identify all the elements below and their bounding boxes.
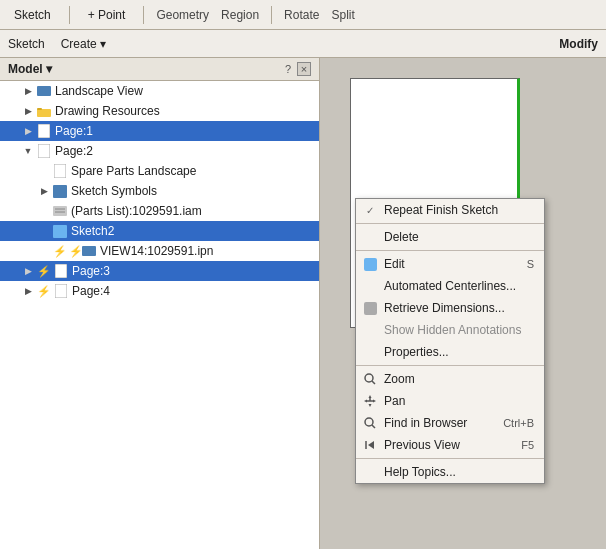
lightning-icon1: ⚡ — [52, 245, 68, 258]
toolbar-row2: Sketch Create ▾ Modify — [0, 30, 606, 58]
spare-parts-label: Spare Parts Landscape — [71, 164, 196, 178]
svg-rect-11 — [53, 225, 67, 238]
help-icon[interactable]: ? — [285, 63, 291, 75]
tree-item-parts-list[interactable]: (Parts List):1029591.iam — [0, 201, 319, 221]
drawing-resources-label: Drawing Resources — [55, 104, 160, 118]
create-btn[interactable]: Create ▾ — [61, 37, 106, 51]
tree-item-sketch-symbols[interactable]: Sketch Symbols — [0, 181, 319, 201]
ctx-delete-label: Delete — [384, 230, 419, 244]
ctx-properties-label: Properties... — [384, 345, 449, 359]
split-label: Split — [331, 8, 354, 22]
ctx-zoom[interactable]: Zoom — [356, 368, 544, 390]
checkmark-icon: ✓ — [362, 202, 378, 218]
svg-rect-4 — [38, 124, 50, 138]
ctx-pan-label: Pan — [384, 394, 405, 408]
tree-item-page2[interactable]: Page:2 — [0, 141, 319, 161]
expand-landscape[interactable] — [20, 83, 36, 99]
view14-icon — [81, 243, 97, 259]
expand-spare-parts — [36, 163, 52, 179]
tree-item-sketch2[interactable]: Sketch2 — [0, 221, 319, 241]
svg-point-23 — [365, 418, 373, 426]
svg-marker-21 — [364, 400, 367, 403]
find-icon — [362, 415, 378, 431]
tree-item-view14[interactable]: ⚡ ⚡ VIEW14:1029591.ipn — [0, 241, 319, 261]
ctx-find-in-browser[interactable]: Find in Browser Ctrl+B — [356, 412, 544, 434]
left-panel: Model ▾ ? × Landscape View Draw — [0, 58, 320, 549]
ctx-sep2 — [356, 250, 544, 251]
svg-marker-22 — [373, 400, 376, 403]
point-btn[interactable]: + Point — [82, 6, 132, 24]
sketch-symbols-label: Sketch Symbols — [71, 184, 157, 198]
svg-rect-14 — [55, 284, 67, 298]
tree-item-page4[interactable]: ⚡ Page:4 — [0, 281, 319, 301]
svg-rect-12 — [82, 246, 96, 256]
folder-icon — [36, 103, 52, 119]
ctx-delete[interactable]: Delete — [356, 226, 544, 248]
ctx-automated-centerlines[interactable]: Automated Centerlines... — [356, 275, 544, 297]
sketch-label2[interactable]: Sketch — [8, 37, 45, 51]
sketch-tab[interactable]: Sketch — [8, 6, 57, 24]
page2-label: Page:2 — [55, 144, 93, 158]
svg-marker-25 — [368, 441, 374, 449]
ctx-prev-shortcut: F5 — [521, 439, 534, 451]
ctx-pan[interactable]: Pan — [356, 390, 544, 412]
expand-page1[interactable] — [20, 123, 36, 139]
svg-rect-16 — [364, 302, 377, 315]
expand-page2[interactable] — [20, 143, 36, 159]
zoom-icon — [362, 371, 378, 387]
pan-icon — [362, 393, 378, 409]
ctx-edit[interactable]: Edit S — [356, 253, 544, 275]
expand-view14 — [36, 243, 52, 259]
svg-rect-8 — [53, 206, 67, 216]
sketch2-label: Sketch2 — [71, 224, 114, 238]
svg-rect-0 — [37, 86, 51, 96]
tree-item-page3[interactable]: ⚡ Page:3 — [0, 261, 319, 281]
svg-rect-15 — [364, 258, 377, 271]
tree-item-spare-parts[interactable]: Spare Parts Landscape — [0, 161, 319, 181]
right-panel: ✓ Repeat Finish Sketch Delete Edit S — [320, 58, 606, 549]
ctx-edit-label: Edit — [384, 257, 405, 271]
landscape-view-label: Landscape View — [55, 84, 143, 98]
ctx-retrieve-dimensions[interactable]: Retrieve Dimensions... — [356, 297, 544, 319]
tree-item-landscape-view[interactable]: Landscape View — [0, 81, 319, 101]
parts-list-icon — [52, 203, 68, 219]
edit-icon — [362, 256, 378, 272]
tree-item-drawing-resources[interactable]: Drawing Resources — [0, 101, 319, 121]
toolbar-row1: Sketch + Point Geometry Region Rotate Sp… — [0, 0, 606, 30]
page4-icon — [53, 283, 69, 299]
ctx-find-label: Find in Browser — [384, 416, 467, 430]
ctx-sep4 — [356, 458, 544, 459]
canvas-area[interactable]: ✓ Repeat Finish Sketch Delete Edit S — [340, 78, 606, 529]
page2-icon — [36, 143, 52, 159]
page3-label: Page:3 — [72, 264, 110, 278]
close-btn[interactable]: × — [297, 62, 311, 76]
ctx-repeat-finish-sketch[interactable]: ✓ Repeat Finish Sketch — [356, 199, 544, 221]
ctx-retrieve-label: Retrieve Dimensions... — [384, 301, 505, 315]
expand-parts-list — [36, 203, 52, 219]
expand-page3[interactable] — [20, 263, 36, 279]
geometry-label: Geometry — [156, 8, 209, 22]
ctx-prev-label: Previous View — [384, 438, 460, 452]
ctx-sep3 — [356, 365, 544, 366]
svg-rect-3 — [37, 108, 42, 110]
lightning-icon2: ⚡ — [71, 245, 81, 258]
ctx-properties[interactable]: Properties... — [356, 341, 544, 363]
ctx-repeat-finish-label: Repeat Finish Sketch — [384, 203, 498, 217]
ctx-previous-view[interactable]: Previous View F5 — [356, 434, 544, 456]
region-label: Region — [221, 8, 259, 22]
ctx-centerlines-label: Automated Centerlines... — [384, 279, 516, 293]
expand-page4[interactable] — [20, 283, 36, 299]
ctx-help-label: Help Topics... — [384, 465, 456, 479]
spare-parts-icon — [52, 163, 68, 179]
ctx-sep1 — [356, 223, 544, 224]
svg-marker-20 — [369, 404, 372, 407]
svg-rect-13 — [55, 264, 67, 278]
ctx-help-topics[interactable]: Help Topics... — [356, 461, 544, 483]
ctx-edit-shortcut: S — [527, 258, 534, 270]
view14-label: VIEW14:1029591.ipn — [100, 244, 213, 258]
sketch-symbols-icon — [52, 183, 68, 199]
expand-drawing-resources[interactable] — [20, 103, 36, 119]
tree-item-page1[interactable]: Page:1 — [0, 121, 319, 141]
expand-sketch-symbols[interactable] — [36, 183, 52, 199]
prev-icon — [362, 437, 378, 453]
